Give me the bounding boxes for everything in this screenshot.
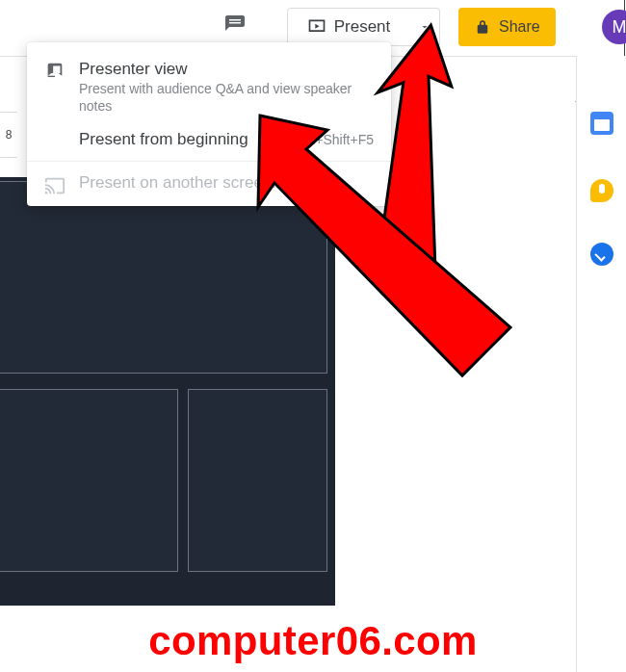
- menu-item-presenter-view[interactable]: Presenter view Present with audience Q&A…: [27, 52, 391, 122]
- present-button-label: Present: [334, 17, 391, 37]
- share-button[interactable]: Share: [458, 8, 556, 46]
- side-addons-panel: 31: [576, 56, 626, 672]
- menu-item-title: Present on another screen...: [79, 173, 374, 193]
- slide-element[interactable]: [188, 389, 327, 572]
- account-avatar[interactable]: M: [602, 10, 626, 44]
- menu-item-title: Presenter view: [79, 60, 374, 79]
- calendar-icon[interactable]: 31: [590, 112, 613, 135]
- avatar-initial: M: [613, 17, 627, 38]
- watermark-text: computer06.com: [0, 618, 626, 664]
- lock-icon: [474, 18, 491, 36]
- menu-item-present-from-beginning[interactable]: Present from beginning Ctrl+Shift+F5: [27, 122, 391, 157]
- cast-icon: [44, 175, 65, 196]
- tasks-icon[interactable]: [590, 243, 613, 266]
- keep-icon[interactable]: [590, 179, 613, 202]
- menu-item-present-another-screen: Present on another screen...: [27, 166, 391, 200]
- calendar-day-number: 31: [590, 119, 613, 130]
- slide-canvas: [0, 177, 335, 606]
- present-dropdown-menu: Presenter view Present with audience Q&A…: [27, 42, 391, 206]
- present-dropdown-button[interactable]: [409, 8, 440, 46]
- present-icon: [307, 17, 326, 37]
- chevron-down-icon: [419, 21, 430, 33]
- slide-number-label: 8: [0, 112, 17, 158]
- present-button[interactable]: Present: [287, 8, 410, 46]
- slide-element[interactable]: [0, 389, 178, 572]
- menu-item-subtitle: Present with audience Q&A and view speak…: [79, 81, 374, 115]
- menu-separator: [27, 161, 391, 162]
- menu-item-shortcut: Ctrl+Shift+F5: [295, 132, 374, 147]
- share-button-label: Share: [499, 18, 540, 36]
- presenter-view-icon: [44, 62, 65, 83]
- slide-element[interactable]: [0, 181, 327, 374]
- comment-history-icon[interactable]: [223, 13, 247, 37]
